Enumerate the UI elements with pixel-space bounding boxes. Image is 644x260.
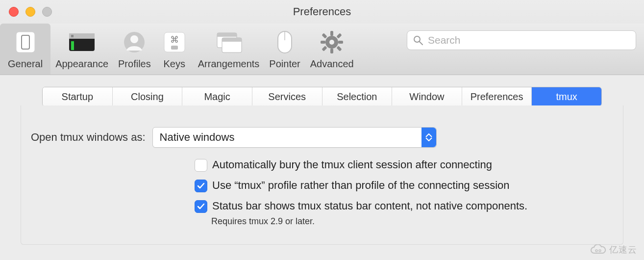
tab-window[interactable]: Window bbox=[392, 87, 462, 106]
tab-selection[interactable]: Selection bbox=[322, 87, 393, 106]
svg-rect-25 bbox=[337, 46, 342, 51]
svg-point-27 bbox=[414, 36, 420, 42]
appearance-icon bbox=[68, 30, 96, 54]
general-pane: Startup Closing Magic Services Selection… bbox=[0, 75, 644, 260]
tmux-profile-label: Use “tmux” profile rather than profile o… bbox=[212, 178, 510, 193]
toolbar-item-arrangements[interactable]: Arrangements bbox=[193, 24, 265, 75]
close-button[interactable] bbox=[9, 7, 19, 17]
gear-icon bbox=[318, 30, 346, 54]
tmux-settings-card: Open tmux windows as: Native windows Aut… bbox=[21, 105, 623, 245]
svg-rect-4 bbox=[71, 35, 74, 37]
toolbar-item-keys[interactable]: ⌘ Keys bbox=[156, 24, 193, 75]
tab-closing[interactable]: Closing bbox=[113, 87, 183, 106]
toolbar-label: Advanced bbox=[310, 58, 354, 70]
tab-tmux[interactable]: tmux bbox=[532, 87, 601, 106]
svg-rect-14 bbox=[222, 38, 242, 42]
toolbar-item-general[interactable]: General bbox=[0, 24, 50, 75]
svg-point-29 bbox=[595, 250, 597, 252]
svg-rect-23 bbox=[337, 33, 342, 38]
svg-rect-24 bbox=[322, 46, 327, 51]
svg-rect-5 bbox=[71, 41, 74, 50]
open-as-label: Open tmux windows as: bbox=[31, 131, 146, 144]
svg-rect-19 bbox=[330, 49, 333, 53]
pointer-icon bbox=[271, 30, 298, 54]
arrangements-icon bbox=[215, 30, 243, 54]
watermark-text: 亿速云 bbox=[609, 244, 637, 256]
search-field[interactable] bbox=[407, 30, 636, 50]
select-stepper-icon bbox=[421, 128, 436, 147]
svg-point-7 bbox=[130, 35, 138, 43]
toolbar-label: Keys bbox=[164, 58, 185, 70]
toolbar-item-advanced[interactable]: Advanced bbox=[305, 24, 359, 75]
toolbar-label: General bbox=[8, 58, 43, 70]
toolbar-label: Pointer bbox=[269, 58, 300, 70]
toolbar-item-appearance[interactable]: Appearance bbox=[50, 24, 113, 75]
auto-bury-checkbox[interactable] bbox=[195, 159, 207, 172]
keys-icon: ⌘ bbox=[161, 30, 188, 54]
status-bar-label: Status bar shows tmux status bar content… bbox=[212, 199, 527, 213]
svg-text:⌘: ⌘ bbox=[170, 35, 179, 45]
tmux-profile-checkbox[interactable] bbox=[195, 180, 207, 192]
minimize-button[interactable] bbox=[25, 7, 35, 17]
toolbar-item-pointer[interactable]: Pointer bbox=[264, 24, 305, 75]
zoom-button bbox=[42, 7, 52, 17]
open-as-value: Native windows bbox=[160, 131, 235, 144]
toolbar-label: Profiles bbox=[118, 58, 151, 70]
toolbar-label: Appearance bbox=[55, 58, 108, 70]
watermark: 亿速云 bbox=[590, 244, 637, 256]
traffic-lights bbox=[9, 7, 52, 17]
toolbar-item-profiles[interactable]: Profiles bbox=[113, 24, 156, 75]
svg-rect-22 bbox=[322, 33, 327, 38]
tab-magic[interactable]: Magic bbox=[182, 87, 252, 106]
open-as-select[interactable]: Native windows bbox=[152, 127, 437, 148]
svg-point-30 bbox=[599, 250, 601, 252]
profiles-icon bbox=[121, 30, 148, 54]
toolbar-label: Arrangements bbox=[198, 58, 260, 70]
svg-rect-10 bbox=[171, 46, 178, 50]
svg-rect-20 bbox=[321, 41, 325, 44]
cloud-icon bbox=[590, 244, 606, 255]
titlebar: Preferences bbox=[0, 0, 644, 24]
svg-point-26 bbox=[329, 40, 334, 45]
status-bar-sublabel: Requires tmux 2.9 or later. bbox=[211, 216, 609, 227]
window-title: Preferences bbox=[293, 5, 351, 18]
auto-bury-label: Automatically bury the tmux client sessi… bbox=[212, 157, 492, 172]
subtab-bar: Startup Closing Magic Services Selection… bbox=[42, 87, 602, 106]
svg-rect-21 bbox=[338, 41, 343, 44]
tab-startup[interactable]: Startup bbox=[43, 87, 113, 106]
svg-rect-12 bbox=[217, 33, 237, 37]
svg-rect-18 bbox=[330, 31, 333, 36]
tab-services[interactable]: Services bbox=[252, 87, 322, 106]
search-input[interactable] bbox=[427, 34, 630, 47]
search-icon bbox=[413, 35, 423, 45]
general-icon bbox=[12, 30, 39, 54]
status-bar-checkbox[interactable] bbox=[195, 200, 207, 213]
tab-preferences[interactable]: Preferences bbox=[462, 87, 532, 106]
svg-rect-1 bbox=[22, 35, 29, 49]
svg-line-28 bbox=[420, 42, 422, 45]
toolbar: General Appearance bbox=[0, 24, 644, 75]
